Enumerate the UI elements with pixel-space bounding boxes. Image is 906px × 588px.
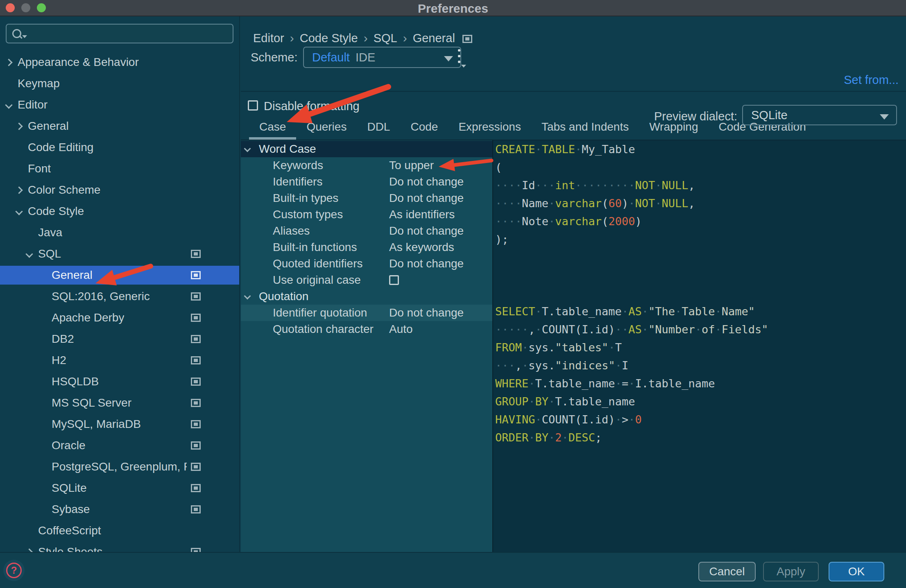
chevron-right-icon[interactable]: [25, 548, 33, 552]
code-line: (: [495, 158, 906, 176]
chevron-down-icon[interactable]: [15, 208, 23, 215]
preview-dialect-dropdown[interactable]: SQLite: [742, 105, 897, 125]
set-from-link[interactable]: Set from...: [844, 73, 899, 87]
code-line: [495, 267, 906, 285]
setting-value[interactable]: As identifiers: [389, 206, 455, 223]
setting-row-quotation-character[interactable]: Quotation characterAuto: [241, 321, 492, 337]
sidebar-item-ms-sql-server[interactable]: MS SQL Server: [0, 394, 239, 412]
sidebar-item-editor[interactable]: Editor: [0, 95, 239, 114]
setting-value[interactable]: Do not change: [389, 174, 464, 190]
setting-value[interactable]: Do not change: [389, 256, 464, 272]
sidebar-item-font[interactable]: Font: [0, 159, 239, 178]
scheme-actions-kebab-icon[interactable]: [455, 47, 468, 67]
setting-label: Built-in types: [273, 190, 338, 206]
tab-queries[interactable]: Queries: [296, 119, 357, 140]
tab-case[interactable]: Case: [249, 119, 296, 140]
chevron-right-icon[interactable]: [15, 122, 23, 130]
sidebar-item-code-style[interactable]: Code Style: [0, 202, 239, 221]
apply-button[interactable]: Apply: [763, 562, 819, 581]
search-options-caret-icon[interactable]: [22, 35, 27, 38]
chevron-down-icon[interactable]: [244, 293, 251, 300]
main-panel: Editor›Code Style›SQL›General Scheme: De…: [241, 16, 906, 552]
breadcrumb-item-editor[interactable]: Editor: [253, 32, 284, 45]
sidebar-item-sybase[interactable]: Sybase: [0, 500, 239, 519]
tab-expressions[interactable]: Expressions: [448, 119, 531, 140]
sidebar-item-code-editing[interactable]: Code Editing: [0, 138, 239, 157]
setting-value[interactable]: Auto: [389, 321, 413, 337]
sidebar-item-label: Code Style: [28, 202, 84, 221]
settings-page-icon: [191, 548, 201, 552]
setting-value[interactable]: Do not change: [389, 223, 464, 239]
setting-row-built-in-functions[interactable]: Built-in functionsAs keywords: [241, 239, 492, 256]
sidebar-item-color-scheme[interactable]: Color Scheme: [0, 181, 239, 199]
code-line: ORDER·BY·2·DESC;: [495, 429, 906, 447]
sidebar-item-coffeescript[interactable]: CoffeeScript: [0, 521, 239, 540]
sidebar-item-label: Color Scheme: [28, 181, 100, 199]
settings-page-icon: [191, 356, 201, 364]
sidebar-item-general[interactable]: General: [0, 117, 239, 136]
sidebar-item-java[interactable]: Java: [0, 223, 239, 242]
tab-code[interactable]: Code: [400, 119, 448, 140]
setting-row-use-original-case[interactable]: Use original case: [241, 272, 492, 288]
sidebar-item-style-sheets[interactable]: Style Sheets: [0, 543, 239, 552]
code-line: CREATE·TABLE·My_Table: [495, 140, 906, 158]
sidebar-item-label: HSQLDB: [52, 372, 99, 391]
sidebar-item-oracle[interactable]: Oracle: [0, 436, 239, 455]
sidebar-item-label: DB2: [52, 330, 74, 348]
scheme-dropdown[interactable]: DefaultIDE: [303, 47, 461, 68]
settings-page-icon: [191, 420, 201, 428]
sidebar-item-h2[interactable]: H2: [0, 351, 239, 370]
sidebar-item-sql[interactable]: SQL: [0, 244, 239, 263]
sidebar-item-apache-derby[interactable]: Apache Derby: [0, 308, 239, 327]
setting-row-keywords[interactable]: KeywordsTo upper: [241, 157, 492, 174]
setting-checkbox-use-original-case[interactable]: [389, 275, 399, 285]
sidebar-item-postgresql-greenplum-redshift[interactable]: PostgreSQL, Greenplum, Redshift: [0, 457, 239, 476]
setting-value[interactable]: As keywords: [389, 239, 454, 256]
disable-formatting-checkbox[interactable]: [248, 100, 258, 111]
code-line: ····Note·varchar(2000): [495, 213, 906, 231]
chevron-down-icon[interactable]: [244, 145, 251, 152]
breadcrumb-item-general[interactable]: General: [413, 32, 455, 45]
settings-page-icon: [191, 314, 201, 322]
setting-row-quoted-identifiers[interactable]: Quoted identifiersDo not change: [241, 256, 492, 272]
tab-tabs-and-indents[interactable]: Tabs and Indents: [531, 119, 639, 140]
sidebar-item-general[interactable]: General: [0, 266, 239, 285]
sql-preview-code: CREATE·TABLE·My_Table(····Id···int······…: [493, 140, 906, 447]
setting-row-identifier-quotation[interactable]: Identifier quotationDo not change: [241, 305, 492, 321]
setting-value[interactable]: To upper: [389, 157, 434, 174]
breadcrumb-item-sql[interactable]: SQL: [374, 32, 397, 45]
help-button[interactable]: ?: [3, 560, 25, 581]
sidebar-item-label: Apache Derby: [52, 308, 124, 327]
search-input[interactable]: [6, 24, 233, 43]
sidebar-item-hsqldb[interactable]: HSQLDB: [0, 372, 239, 391]
chevron-down-icon[interactable]: [25, 250, 33, 258]
sidebar-item-sqlite[interactable]: SQLite: [0, 479, 239, 498]
setting-value[interactable]: Do not change: [389, 305, 464, 321]
chevron-down-icon[interactable]: [5, 101, 12, 109]
breadcrumb-item-code-style[interactable]: Code Style: [300, 32, 358, 45]
sidebar-item-mysql-mariadb[interactable]: MySQL, MariaDB: [0, 415, 239, 434]
setting-value[interactable]: Do not change: [389, 190, 464, 206]
chevron-right-icon[interactable]: [5, 59, 12, 66]
setting-row-custom-types[interactable]: Custom typesAs identifiers: [241, 206, 492, 223]
setting-label: Aliases: [273, 223, 310, 239]
ok-button[interactable]: OK: [829, 562, 884, 581]
settings-page-icon: [191, 250, 201, 258]
sidebar-item-label: Java: [38, 223, 62, 242]
chevron-right-icon[interactable]: [15, 186, 23, 194]
setting-row-identifiers[interactable]: IdentifiersDo not change: [241, 174, 492, 190]
sql-preview-panel: CREATE·TABLE·My_Table(····Id···int······…: [492, 140, 906, 552]
tab-ddl[interactable]: DDL: [357, 119, 400, 140]
sidebar-item-sql-2016-generic[interactable]: SQL:2016, Generic: [0, 287, 239, 306]
cancel-button[interactable]: Cancel: [698, 562, 756, 581]
sidebar-item-db2[interactable]: DB2: [0, 330, 239, 348]
sidebar-item-keymap[interactable]: Keymap: [0, 74, 239, 93]
settings-page-icon: [191, 292, 201, 301]
setting-row-word-case[interactable]: Word Case: [241, 141, 492, 157]
code-line: ····Name·varchar(60)·NOT·NULL,: [495, 194, 906, 213]
disable-formatting-label: Disable formatting: [264, 100, 360, 113]
setting-row-built-in-types[interactable]: Built-in typesDo not change: [241, 190, 492, 206]
setting-row-aliases[interactable]: AliasesDo not change: [241, 223, 492, 239]
sidebar-item-appearance-behavior[interactable]: Appearance & Behavior: [0, 53, 239, 72]
setting-row-quotation[interactable]: Quotation: [241, 288, 492, 305]
